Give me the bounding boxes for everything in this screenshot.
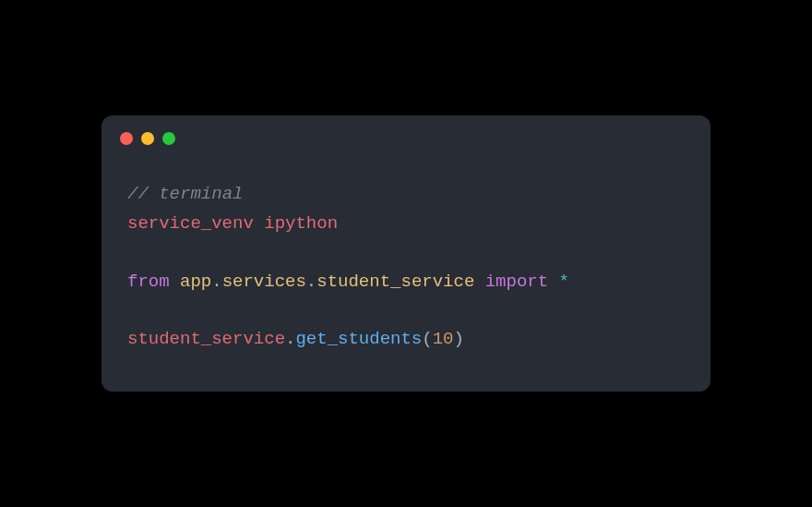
close-icon[interactable] <box>120 132 133 145</box>
code-block: // terminal service_venv ipython from ap… <box>102 152 710 391</box>
code-line-import: from app.services.student_service import… <box>127 268 685 296</box>
blank-line <box>127 296 685 325</box>
minimize-icon[interactable] <box>141 132 154 145</box>
paren-open: ( <box>422 329 432 349</box>
comment-text: terminal <box>159 184 243 204</box>
code-line-comment: // terminal <box>127 180 685 209</box>
blank-line <box>127 238 685 267</box>
module-student-service: student_service <box>316 272 474 292</box>
shell-command: service_venv ipython <box>127 213 338 234</box>
paren-close: ) <box>453 329 463 349</box>
import-star: * <box>559 272 569 292</box>
module-app: app <box>180 272 211 292</box>
keyword-import: import <box>485 272 548 292</box>
module-services: services <box>222 272 306 292</box>
code-line-cmd: service_venv ipython <box>127 210 685 238</box>
call-function: get_students <box>295 329 422 349</box>
keyword-from: from <box>127 272 170 292</box>
window-titlebar <box>102 115 710 152</box>
code-line-call: student_service.get_students(10) <box>127 325 685 354</box>
call-object: student_service <box>127 329 285 349</box>
code-window: // terminal service_venv ipython from ap… <box>102 115 710 391</box>
comment-prefix: // <box>127 184 159 204</box>
call-arg: 10 <box>433 329 454 349</box>
maximize-icon[interactable] <box>162 132 175 145</box>
